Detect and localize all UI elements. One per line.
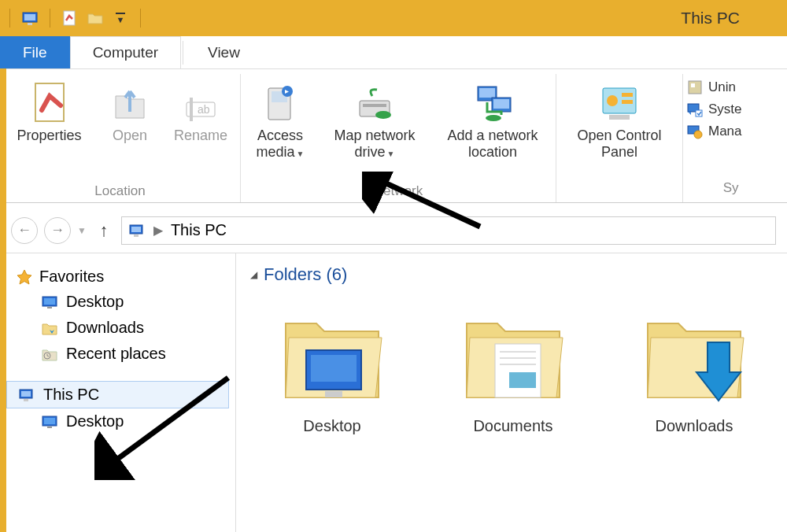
pc-icon[interactable] (20, 8, 40, 28)
ribbon-group-label-system: Sy (723, 177, 742, 198)
add-network-location-icon (470, 79, 515, 127)
rename-label: Rename (174, 127, 227, 144)
star-icon (16, 268, 33, 286)
pc-icon (18, 387, 35, 403)
ribbon-group-label-empty (618, 180, 622, 201)
chevron-right-icon: ▶ (153, 223, 163, 238)
folders-grid: Desktop Documents (250, 296, 773, 435)
open-icon (111, 79, 149, 127)
svg-rect-25 (691, 83, 695, 87)
back-button[interactable]: ← (11, 217, 38, 244)
qat-dropdown-icon[interactable]: ▼ (110, 8, 131, 28)
svg-rect-21 (622, 93, 633, 97)
svg-rect-32 (134, 235, 139, 237)
ribbon-group-network: Accessmedia▼ Map networkdrive▼ Add a net… (241, 74, 556, 202)
window-title: This PC (681, 9, 740, 28)
svg-point-29 (694, 131, 702, 139)
svg-rect-23 (609, 115, 630, 120)
collapse-icon: ◢ (250, 269, 257, 280)
window-border (0, 36, 6, 532)
sidebar-item-this-pc[interactable]: This PC (6, 381, 229, 408)
svg-rect-45 (325, 391, 342, 397)
map-network-drive-icon (352, 79, 397, 127)
svg-rect-31 (131, 227, 141, 232)
manage-button[interactable]: Mana (686, 123, 742, 140)
properties-label: Properties (17, 127, 81, 144)
breadcrumb-item[interactable]: This PC (171, 221, 227, 239)
open-button[interactable]: Open (98, 77, 161, 146)
system-properties-button[interactable]: Syste (686, 101, 742, 118)
navigation-bar: ← → ▼ ↑ ▶ This PC (0, 208, 787, 253)
ribbon-group-location: Properties Open ab Rename Location (0, 74, 241, 202)
history-dropdown-icon[interactable]: ▼ (77, 225, 87, 236)
access-media-button[interactable]: Accessmedia▼ (249, 77, 312, 161)
uninstall-icon (686, 79, 704, 96)
pc-icon (128, 223, 146, 238)
open-control-panel-label: Open ControlPanel (577, 127, 661, 160)
tab-separator (183, 41, 183, 65)
properties-button[interactable]: Properties (8, 77, 91, 146)
folder-item-documents[interactable]: Documents (450, 296, 576, 435)
ribbon: Properties Open ab Rename Location (0, 69, 787, 203)
rename-button[interactable]: ab Rename (169, 77, 232, 146)
ribbon-group-label-network: Network (374, 180, 423, 201)
forward-button[interactable]: → (44, 217, 71, 244)
desktop-icon (41, 294, 58, 310)
map-network-drive-button[interactable]: Map networkdrive▼ (320, 77, 430, 161)
svg-rect-22 (622, 100, 633, 104)
svg-point-20 (607, 95, 618, 106)
sidebar-this-pc: This PC Desktop (6, 381, 229, 434)
folder-label: Downloads (656, 417, 733, 435)
svg-rect-34 (44, 298, 55, 305)
tab-file[interactable]: File (0, 36, 70, 68)
sidebar-item-downloads[interactable]: Downloads (6, 315, 229, 341)
svg-rect-35 (47, 307, 52, 308)
folder-item-downloads[interactable]: Downloads (631, 296, 757, 435)
svg-rect-42 (47, 427, 52, 428)
chevron-down-icon: ▼ (297, 150, 305, 158)
svg-text:ab: ab (198, 103, 210, 116)
recent-places-icon (41, 346, 58, 362)
qat-separator (9, 9, 10, 28)
svg-rect-50 (509, 372, 536, 388)
folder-group-header[interactable]: ◢ Folders (6) (250, 264, 773, 285)
svg-rect-2 (28, 23, 32, 25)
folder-qat-icon[interactable] (85, 8, 105, 28)
svg-rect-6 (190, 98, 193, 121)
add-network-location-button[interactable]: Add a networklocation (438, 77, 548, 161)
chevron-down-icon: ▼ (387, 150, 395, 158)
open-label: Open (113, 127, 147, 144)
sidebar-item-recent-places[interactable]: Recent places (6, 341, 229, 367)
downloads-folder-icon (635, 296, 753, 414)
desktop-folder-icon (273, 296, 391, 414)
control-panel-icon (597, 79, 642, 127)
access-media-icon (260, 79, 300, 127)
open-control-panel-button[interactable]: Open ControlPanel (564, 77, 674, 161)
access-media-label: Accessmedia▼ (257, 127, 305, 160)
uninstall-button[interactable]: Unin (686, 79, 742, 96)
svg-rect-3 (64, 11, 75, 25)
svg-rect-17 (493, 99, 509, 109)
up-button[interactable]: ↑ (93, 220, 115, 242)
svg-point-13 (375, 111, 391, 119)
folder-item-desktop[interactable]: Desktop (269, 296, 395, 435)
properties-qat-icon[interactable] (60, 8, 80, 28)
sidebar-item-desktop-pc[interactable]: Desktop (6, 408, 229, 434)
downloads-icon (41, 320, 58, 336)
svg-point-18 (486, 115, 501, 121)
sidebar-head-favorites[interactable]: Favorites (6, 264, 229, 289)
svg-rect-41 (44, 418, 55, 424)
breadcrumb[interactable]: ▶ This PC (121, 216, 776, 245)
tab-view[interactable]: View (185, 36, 263, 68)
add-network-location-label: Add a networklocation (447, 127, 538, 160)
svg-rect-12 (363, 104, 386, 107)
properties-icon (29, 79, 70, 127)
tab-computer[interactable]: Computer (70, 36, 181, 68)
svg-rect-44 (311, 355, 357, 382)
rename-icon: ab (182, 79, 220, 127)
desktop-icon (41, 414, 58, 430)
content-area: Favorites Desktop Downloads Recent place… (0, 253, 787, 532)
sidebar-item-desktop[interactable]: Desktop (6, 289, 229, 315)
ribbon-group-system-side: Unin Syste Mana Sy (683, 74, 745, 202)
qat-separator (50, 9, 50, 28)
